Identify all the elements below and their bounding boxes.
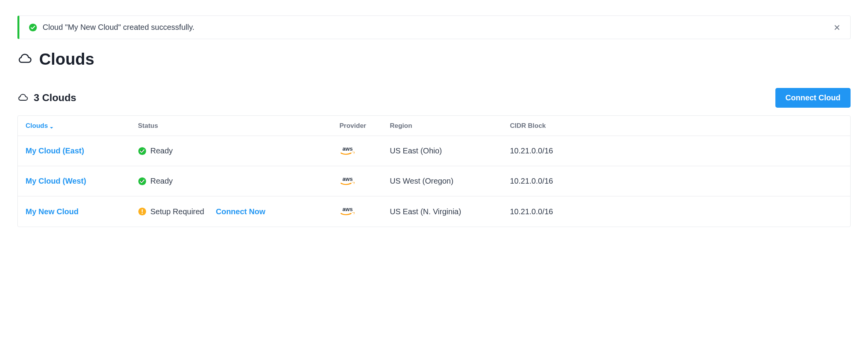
table-header: Clouds Status Provider Region CIDR Block [18,116,850,136]
provider-cell [339,206,390,217]
column-label: Clouds [26,122,48,130]
status-text: Setup Required [150,207,204,216]
cloud-count: 3 Clouds [34,92,76,104]
status-text: Ready [150,177,173,186]
region-cell: US East (N. Virginia) [390,207,510,216]
column-header-provider[interactable]: Provider [339,122,390,130]
status-cell: Setup RequiredConnect Now [138,207,339,216]
aws-icon [339,176,356,186]
table-row: My Cloud (East)ReadyUS East (Ohio)10.21.… [18,136,850,166]
page-header: Clouds [17,50,851,69]
check-circle-icon [29,23,37,32]
alert-message: Cloud "My New Cloud" created successfull… [43,23,833,32]
provider-cell [339,176,390,186]
provider-cell [339,146,390,156]
column-header-status[interactable]: Status [138,122,339,130]
cidr-cell: 10.21.0.0/16 [510,146,842,155]
cloud-name-link[interactable]: My Cloud (East) [26,146,84,155]
connect-cloud-button[interactable]: Connect Cloud [775,88,851,108]
column-header-clouds[interactable]: Clouds [26,122,53,130]
cidr-cell: 10.21.0.0/16 [510,177,842,186]
column-header-cidr[interactable]: CIDR Block [510,122,842,130]
cloud-icon [17,93,28,103]
cloud-icon [17,52,32,67]
warning-circle-icon [138,207,146,216]
clouds-table: Clouds Status Provider Region CIDR Block… [17,115,851,227]
aws-icon [339,206,356,217]
status-cell: Ready [138,177,339,186]
region-cell: US West (Oregon) [390,177,510,186]
cloud-name-link[interactable]: My Cloud (West) [26,177,86,185]
success-alert: Cloud "My New Cloud" created successfull… [17,15,851,39]
table-row: My Cloud (West)ReadyUS West (Oregon)10.2… [18,166,850,196]
subheader-left: 3 Clouds [17,92,76,104]
column-header-region[interactable]: Region [390,122,510,130]
caret-down-icon [50,124,53,128]
table-row: My New CloudSetup RequiredConnect NowUS … [18,196,850,227]
cloud-name-link[interactable]: My New Cloud [26,207,79,216]
region-cell: US East (Ohio) [390,146,510,155]
cidr-cell: 10.21.0.0/16 [510,207,842,216]
check-circle-icon [138,147,146,155]
page-title: Clouds [39,50,94,69]
aws-icon [339,146,356,156]
connect-now-link[interactable]: Connect Now [216,207,265,216]
close-icon[interactable] [833,24,841,31]
subheader: 3 Clouds Connect Cloud [17,88,851,108]
status-text: Ready [150,146,173,155]
status-cell: Ready [138,146,339,155]
check-circle-icon [138,177,146,186]
